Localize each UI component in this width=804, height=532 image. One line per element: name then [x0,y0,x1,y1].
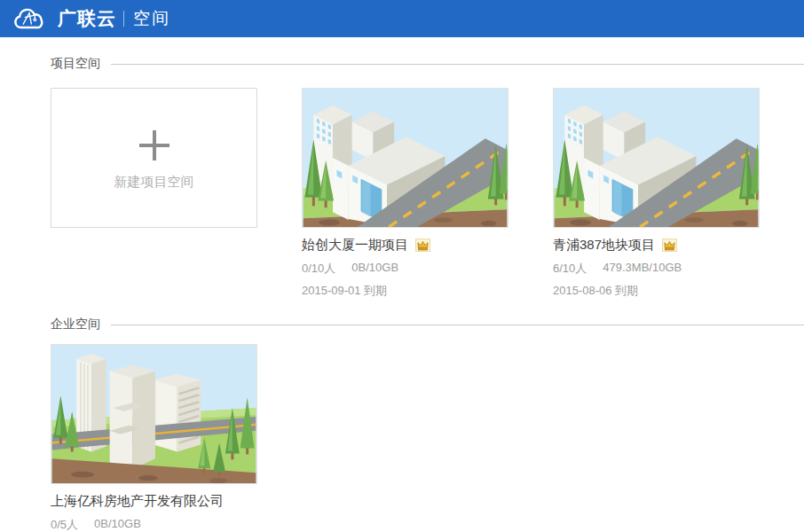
project-cards-row: 新建项目空间 始创大厦一期项目 0/10人 0B/10GB 2015-09-01… [51,88,804,299]
section-divider-line [111,325,804,325]
plus-icon [139,130,169,160]
enterprise-section-title: 企业空间 [51,317,100,332]
app-header: 广联云 空间 [0,0,804,37]
crown-icon [662,239,677,252]
header-divider [123,11,124,27]
project-expiry: 2015-08-06 到期 [553,283,760,299]
enterprise-storage: 0B/10GB [94,517,141,532]
project-storage: 0B/10GB [351,261,398,277]
enterprise-building-image [51,344,257,484]
app-name: 空间 [133,7,170,30]
section-enterprise-spaces: 企业空间 [51,317,804,332]
project-members: 6/10人 [553,261,587,277]
project-storage: 479.3MB/10GB [603,261,682,277]
enterprise-members: 0/5人 [51,517,78,532]
enterprise-name: 上海亿科房地产开发有限公司 [51,493,224,510]
project-space-card[interactable]: 始创大厦一期项目 0/10人 0B/10GB 2015-09-01 到期 [302,88,508,299]
enterprise-cards-row: 上海亿科房地产开发有限公司 0/5人 0B/10GB [51,344,804,532]
project-building-image [553,88,760,228]
new-project-space-label: 新建项目空间 [114,174,194,191]
enterprise-space-card[interactable]: 上海亿科房地产开发有限公司 0/5人 0B/10GB [51,344,257,532]
app-logo[interactable]: 广联云 空间 [12,5,170,32]
project-building-image [302,88,508,228]
section-divider-line [111,64,804,65]
project-space-card[interactable]: 青浦387地块项目 6/10人 479.3MB/10GB 2015-08-06 … [553,88,760,299]
main-content: 项目空间 新建项目空间 始创大厦一期项目 0/10人 0B/10GB 2015-… [0,56,804,532]
cloud-crane-logo-icon [12,5,51,32]
brand-name: 广联云 [58,6,116,31]
crown-icon [415,239,430,252]
project-members: 0/10人 [302,261,335,277]
project-name: 青浦387地块项目 [553,237,655,254]
project-expiry: 2015-09-01 到期 [302,283,508,299]
project-name: 始创大厦一期项目 [302,237,408,254]
project-section-title: 项目空间 [51,56,100,72]
section-project-spaces: 项目空间 [51,56,804,72]
new-project-space-card[interactable]: 新建项目空间 [51,88,257,228]
